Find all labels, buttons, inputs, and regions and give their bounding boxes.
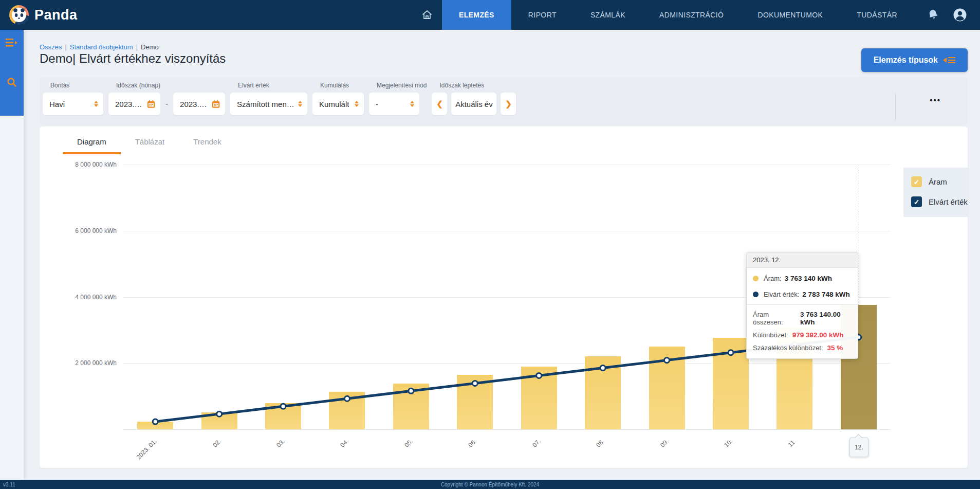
brand-name: Panda bbox=[34, 7, 78, 23]
nav-item-adminisztracio[interactable]: ADMINISZTRÁCIÓ bbox=[642, 0, 741, 30]
filter-overflow-button[interactable]: ••• bbox=[930, 96, 941, 104]
nav-item-elemzes[interactable]: ELEMZÉS bbox=[442, 0, 511, 30]
tooltip-series-row: Elvárt érték:2 783 748 kWh bbox=[747, 286, 858, 302]
tooltip-header: 2023. 12. bbox=[747, 252, 858, 268]
filter-label: Elvárt érték bbox=[238, 82, 307, 89]
filter-label: Bontás bbox=[50, 82, 103, 89]
x-axis-tick-label: 11. bbox=[765, 438, 798, 470]
filter-idoszak-leptetes: Időszak léptetés ❮ Aktuális év ❯ bbox=[432, 82, 516, 115]
line-point[interactable] bbox=[664, 358, 670, 363]
x-axis-tick-label: 2023. 01. bbox=[125, 438, 158, 470]
line-point[interactable] bbox=[281, 404, 286, 409]
tooltip-series-label: Elvárt érték: bbox=[764, 291, 799, 298]
legend-checkbox[interactable]: ✓ bbox=[911, 196, 922, 207]
filter-bar: Bontás Havi Időszak (hónap) 2023.01. bbox=[40, 77, 968, 125]
period-current-label: Aktuális év bbox=[451, 93, 496, 115]
chart-tooltip: 2023. 12. Áram:3 763 140 kWhElvárt érték… bbox=[746, 252, 858, 359]
line-point[interactable] bbox=[409, 388, 414, 393]
search-icon[interactable] bbox=[7, 77, 17, 87]
x-axis-hover-tag-label: 12. bbox=[855, 444, 863, 451]
filter-kumulalas: Kumulálás Kumulált bbox=[312, 82, 364, 115]
line-point[interactable] bbox=[472, 381, 477, 386]
breadcrumb-item-demo: Demo bbox=[141, 43, 159, 51]
notifications-bell-icon[interactable] bbox=[927, 8, 940, 22]
sidebar-tools bbox=[0, 30, 24, 116]
nav-item-szamlak[interactable]: SZÁMLÁK bbox=[574, 0, 642, 30]
breadcrumb-separator: | bbox=[136, 43, 138, 51]
legend-label: Elvárt érték bbox=[929, 197, 968, 206]
tooltip-detail-row: Százalékos különbözet:35 % bbox=[747, 339, 858, 352]
line-point[interactable] bbox=[153, 419, 158, 424]
megjelenitesi-mod-select[interactable]: - bbox=[369, 93, 419, 115]
legend-item-elvart-ertek[interactable]: ✓Elvárt érték bbox=[903, 192, 968, 212]
filter-idoszak-to: 2023.12. bbox=[173, 82, 225, 115]
legend-label: Áram bbox=[929, 177, 947, 186]
tooltip-detail-row: Áram összesen:3 763 140.00 kWh bbox=[747, 306, 858, 327]
tooltip-detail-value: 35 % bbox=[827, 344, 843, 352]
footer: v3.11 Copyright © Pannon Építőműhely Kft… bbox=[0, 480, 980, 489]
filter-label: Időszak léptetés bbox=[439, 82, 516, 89]
line-point[interactable] bbox=[217, 411, 222, 416]
tooltip-series-value: 2 783 748 kWh bbox=[802, 291, 849, 298]
breadcrumb-item-standard-osobjektum[interactable]: Standard ősobjektum bbox=[70, 43, 133, 51]
period-next-button[interactable]: ❯ bbox=[501, 93, 516, 115]
tooltip-series-label: Áram: bbox=[764, 275, 782, 282]
analysis-types-label: Elemzés típusok bbox=[874, 56, 938, 65]
elvart-ertek-select[interactable]: Számított menn... bbox=[230, 93, 307, 115]
tooltip-series-rows: Áram:3 763 140 kWhElvárt érték:2 783 748… bbox=[747, 268, 858, 304]
series-dot-icon bbox=[753, 292, 759, 297]
y-axis-tick-label: 2 000 000 kWh bbox=[50, 359, 117, 367]
analysis-types-icon bbox=[943, 57, 955, 64]
filter-label: Időszak (hónap) bbox=[116, 82, 160, 89]
y-axis-tick-label: 4 000 000 kWh bbox=[50, 294, 117, 301]
x-axis-tick-label: 10. bbox=[701, 438, 734, 470]
calendar-icon bbox=[212, 100, 220, 108]
nav-item-dokumentumok[interactable]: DOKUMENTUMOK bbox=[741, 0, 840, 30]
filter-bontas: Bontás Havi bbox=[43, 82, 103, 115]
tooltip-detail-rows: Áram összesen:3 763 140.00 kWhKülönbözet… bbox=[747, 305, 858, 358]
user-account-icon[interactable] bbox=[952, 7, 968, 23]
top-nav: Panda ELEMZÉSRIPORTSZÁMLÁKADMINISZTRÁCIÓ… bbox=[0, 0, 980, 30]
home-icon[interactable] bbox=[412, 0, 442, 30]
date-from-input[interactable]: 2023.01. bbox=[108, 93, 160, 115]
tooltip-detail-value: 979 392.00 kWh bbox=[792, 331, 844, 339]
breadcrumb-item-osszes[interactable]: Összes bbox=[40, 43, 62, 51]
x-axis-tick-label: 03. bbox=[253, 438, 286, 470]
filter-divider bbox=[895, 93, 896, 121]
x-axis-tick-label: 07. bbox=[509, 438, 542, 470]
y-axis-tick-label: 6 000 000 kWh bbox=[50, 227, 117, 234]
legend-item-aram[interactable]: ✓Áram bbox=[903, 172, 968, 192]
tooltip-detail-row: Különbözet:979 392.00 kWh bbox=[747, 327, 858, 339]
bontas-select[interactable]: Havi bbox=[43, 93, 103, 115]
page-title: Demo| Elvárt értékhez viszonyítás bbox=[40, 51, 226, 66]
x-axis-tick-label: 02. bbox=[190, 438, 223, 470]
app-version: v3.11 bbox=[3, 482, 15, 487]
filter-elvart-ertek: Elvárt érték Számított menn... bbox=[230, 82, 307, 115]
x-axis-tick-label: 06. bbox=[446, 438, 478, 470]
brand[interactable]: Panda bbox=[0, 5, 78, 25]
tooltip-series-value: 3 763 140 kWh bbox=[785, 275, 832, 282]
nav-item-tudastar[interactable]: TUDÁSTÁR bbox=[840, 0, 914, 30]
period-prev-button[interactable]: ❮ bbox=[432, 93, 447, 115]
select-arrows-icon bbox=[355, 101, 359, 107]
panda-logo-icon bbox=[9, 5, 29, 25]
nav-item-riport[interactable]: RIPORT bbox=[511, 0, 574, 30]
chart-card: DiagramTáblázatTrendek 2 000 000 kWh4 00… bbox=[40, 126, 968, 468]
line-point[interactable] bbox=[537, 373, 542, 378]
filter-megjelenitesi-mod: Megjelenítési mód - bbox=[369, 82, 427, 115]
analysis-types-button[interactable]: Elemzés típusok bbox=[861, 48, 968, 72]
expand-menu-icon[interactable] bbox=[6, 38, 18, 47]
select-arrows-icon bbox=[94, 101, 98, 107]
select-arrows-icon bbox=[298, 101, 302, 107]
legend-checkbox[interactable]: ✓ bbox=[911, 176, 922, 187]
left-sidebar-rail bbox=[0, 30, 24, 480]
line-point[interactable] bbox=[728, 350, 733, 355]
chart-legend: ✓Áram✓Elvárt érték bbox=[903, 168, 968, 217]
line-point[interactable] bbox=[344, 396, 349, 401]
kumulalas-select[interactable]: Kumulált bbox=[312, 93, 364, 115]
date-to-input[interactable]: 2023.12. bbox=[173, 93, 225, 115]
line-point[interactable] bbox=[600, 366, 605, 371]
y-axis-tick-label: 8 000 000 kWh bbox=[50, 161, 117, 168]
filter-label: Kumulálás bbox=[320, 82, 364, 89]
copyright: Copyright © Pannon Építőműhely Kft. 2024 bbox=[441, 482, 539, 487]
